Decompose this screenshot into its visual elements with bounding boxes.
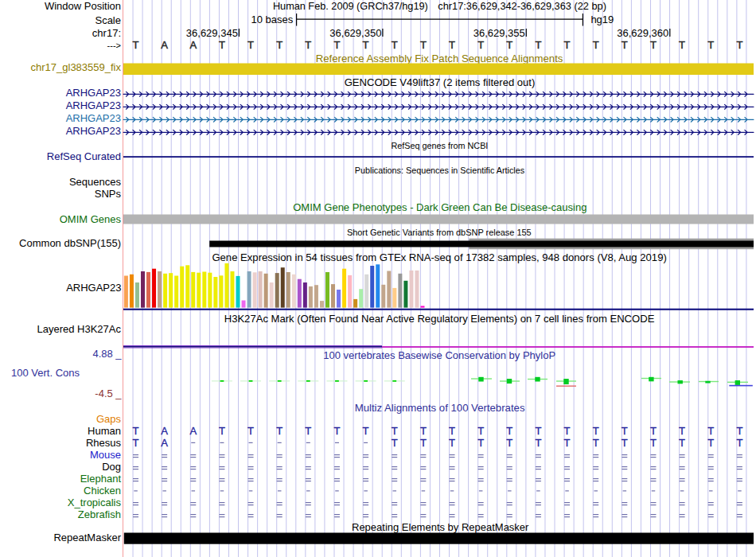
- svg-text:T: T: [392, 39, 398, 51]
- svg-text:OMIM Gene Phenotypes - Dark Gr: OMIM Gene Phenotypes - Dark Green Can Be…: [293, 201, 586, 213]
- svg-text:T: T: [535, 39, 541, 51]
- svg-text:T: T: [564, 437, 571, 449]
- svg-text:T: T: [477, 437, 484, 449]
- svg-text:Human Feb. 2009 (GRCh37/hg19): Human Feb. 2009 (GRCh37/hg19): [273, 0, 428, 12]
- svg-text:T: T: [736, 425, 742, 437]
- svg-text:T: T: [593, 437, 599, 449]
- svg-text:T: T: [506, 425, 512, 437]
- svg-text:Rhesus: Rhesus: [86, 437, 122, 449]
- svg-text:Gaps: Gaps: [96, 413, 122, 425]
- svg-text:36,629,355: 36,629,355: [473, 27, 525, 39]
- svg-text:T: T: [477, 39, 484, 51]
- svg-text:A: A: [161, 39, 168, 51]
- svg-text:T: T: [736, 39, 742, 51]
- svg-text:T: T: [305, 425, 311, 437]
- svg-text:T: T: [707, 39, 714, 51]
- svg-text:H3K27Ac Mark (Often Found Near: H3K27Ac Mark (Often Found Near Active Re…: [224, 313, 655, 325]
- svg-text:T: T: [363, 425, 369, 437]
- svg-text:36,629,350: 36,629,350: [329, 27, 381, 39]
- svg-text:T: T: [449, 437, 455, 449]
- svg-text:T: T: [679, 437, 685, 449]
- svg-text:T: T: [679, 425, 685, 437]
- svg-text:T: T: [535, 425, 541, 437]
- svg-text:Dog: Dog: [102, 461, 121, 473]
- svg-text:hg19: hg19: [590, 14, 614, 25]
- svg-text:T: T: [707, 437, 714, 449]
- svg-text:Elephant: Elephant: [80, 473, 122, 485]
- svg-text:Scale: Scale: [95, 14, 121, 26]
- svg-text:Chicken: Chicken: [84, 485, 121, 497]
- svg-text:T: T: [392, 437, 398, 449]
- svg-text:T: T: [535, 437, 541, 449]
- svg-text:T: T: [593, 425, 599, 437]
- svg-text:--->: --->: [107, 41, 121, 50]
- svg-text:T: T: [363, 39, 369, 51]
- svg-text:ARHGAP23: ARHGAP23: [66, 87, 121, 99]
- svg-text:-4.5 _: -4.5 _: [95, 388, 122, 399]
- svg-text:chr17:36,629,342-36,629,363 (2: chr17:36,629,342-36,629,363 (22 bp): [438, 0, 606, 12]
- svg-text:Common dbSNP(155): Common dbSNP(155): [19, 237, 121, 249]
- svg-text:T: T: [276, 425, 283, 437]
- svg-text:X_tropicalis: X_tropicalis: [68, 497, 122, 508]
- svg-text:T: T: [133, 437, 139, 449]
- svg-text:Publications: Sequences in Sci: Publications: Sequences in Scientific Ar…: [355, 166, 525, 175]
- svg-text:Gene Expression in 54 tissues: Gene Expression in 54 tissues from GTEx …: [212, 251, 666, 263]
- svg-text:T: T: [650, 437, 657, 449]
- svg-text:T: T: [679, 39, 685, 51]
- svg-text:T: T: [622, 39, 628, 51]
- svg-text:T: T: [593, 39, 599, 51]
- svg-text:RefSeq genes from NCBI: RefSeq genes from NCBI: [391, 141, 488, 150]
- svg-text:T: T: [247, 39, 254, 51]
- svg-text:T: T: [276, 39, 283, 51]
- svg-text:Sequences: Sequences: [69, 176, 122, 188]
- svg-text:T: T: [564, 425, 571, 437]
- svg-text:Repeating Elements by RepeatMa: Repeating Elements by RepeatMasker: [352, 521, 529, 533]
- svg-text:T: T: [449, 39, 455, 51]
- svg-text:T: T: [564, 39, 571, 51]
- svg-text:Human: Human: [88, 425, 121, 437]
- svg-text:Mouse: Mouse: [90, 449, 121, 461]
- svg-text:ARHGAP23: ARHGAP23: [66, 125, 121, 137]
- svg-text:Zebrafish: Zebrafish: [78, 508, 121, 520]
- svg-text:T: T: [506, 39, 512, 51]
- svg-text:ARHGAP23: ARHGAP23: [66, 112, 121, 124]
- svg-text:Window Position: Window Position: [45, 0, 121, 12]
- svg-text:100 vertebrates Basewise Conse: 100 vertebrates Basewise Conservation by…: [323, 349, 555, 361]
- svg-text:T: T: [420, 437, 427, 449]
- svg-text:T: T: [622, 425, 628, 437]
- svg-text:T: T: [305, 39, 311, 51]
- svg-text:T: T: [707, 425, 714, 437]
- svg-text:chr17:: chr17:: [92, 27, 121, 39]
- svg-text:T: T: [650, 425, 657, 437]
- svg-text:ARHGAP23: ARHGAP23: [66, 282, 121, 294]
- svg-text:T: T: [650, 39, 657, 51]
- svg-text:T: T: [247, 425, 254, 437]
- svg-text:T: T: [477, 425, 484, 437]
- svg-text:A: A: [161, 425, 168, 437]
- svg-text:SNPs: SNPs: [95, 188, 122, 200]
- svg-text:Layered H3K27Ac: Layered H3K27Ac: [37, 323, 121, 335]
- svg-text:100 Vert. Cons: 100 Vert. Cons: [11, 367, 80, 379]
- svg-text:T: T: [736, 437, 742, 449]
- svg-text:36,629,345: 36,629,345: [186, 27, 238, 39]
- svg-text:T: T: [333, 39, 340, 51]
- svg-text:T: T: [449, 425, 455, 437]
- svg-text:OMIM Genes: OMIM Genes: [60, 213, 122, 225]
- svg-text:Multiz Alignments of 100 Verte: Multiz Alignments of 100 Vertebrates: [355, 402, 525, 414]
- svg-text:T: T: [133, 425, 139, 437]
- svg-text:Reference Assembly Fix Patch S: Reference Assembly Fix Patch Sequence Al…: [316, 53, 563, 64]
- svg-text:36,629,360: 36,629,360: [617, 27, 668, 39]
- svg-text:T: T: [420, 425, 427, 437]
- svg-text:A: A: [161, 437, 168, 449]
- svg-text:T: T: [133, 39, 139, 51]
- svg-text:T: T: [219, 39, 225, 51]
- svg-text:T: T: [392, 425, 398, 437]
- svg-text:T: T: [506, 437, 512, 449]
- svg-text:T: T: [333, 425, 340, 437]
- svg-text:T: T: [622, 437, 628, 449]
- svg-text:4.88 _: 4.88 _: [92, 348, 122, 360]
- svg-text:Short Genetic Variants from db: Short Genetic Variants from dbSNP releas…: [347, 228, 532, 237]
- svg-text:T: T: [219, 425, 225, 437]
- svg-text:A: A: [189, 39, 197, 51]
- svg-text:RefSeq Curated: RefSeq Curated: [47, 150, 121, 162]
